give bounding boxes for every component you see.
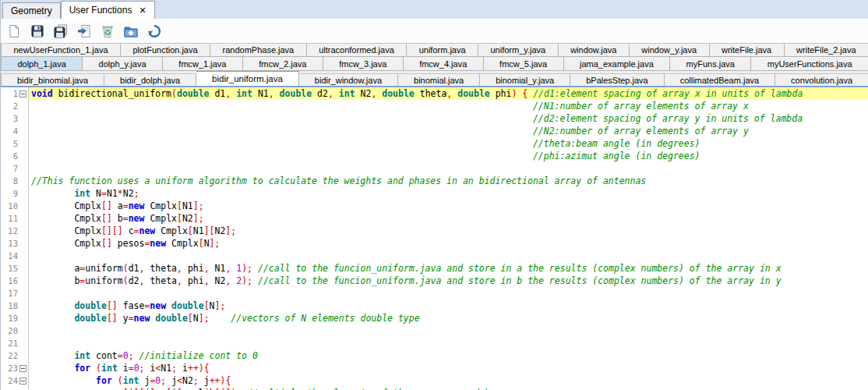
window-tab-bar: GeometryUser Functions✕ <box>1 0 868 19</box>
code-line: 13 Cmplx[] pesos=new Cmplx[N]; <box>1 237 868 250</box>
code-line: 17 <box>1 287 868 300</box>
save-button[interactable] <box>28 22 47 41</box>
file-tab-dolph_1-java[interactable]: dolph_1.java <box>1 57 83 70</box>
save-all-icon <box>54 24 68 38</box>
code-line-text[interactable] <box>29 162 868 175</box>
file-tab-fmcw_3-java[interactable]: fmcw_3.java <box>323 57 404 70</box>
file-tab-convolution-java[interactable]: convolution.java <box>775 73 868 86</box>
line-gutter: 20 <box>1 324 29 337</box>
file-tab-writeFile-java[interactable]: writeFile.java <box>710 44 785 56</box>
file-tab-window_y-java[interactable]: window_y.java <box>630 44 710 56</box>
window-tab-label: Geometry <box>11 5 52 16</box>
code-line-text[interactable]: for (int j=0; j<N2; j++){ <box>29 374 868 387</box>
code-line: 8//This function uses a uniform algorith… <box>1 175 868 187</box>
code-line-text[interactable]: c[i][j]=a[i].mul(b[j]); //multiply the e… <box>29 387 868 390</box>
line-gutter: 8 <box>1 175 29 187</box>
file-tab-myUserFunctions-java[interactable]: myUserFunctions.java <box>751 57 868 70</box>
code-line-text[interactable]: int N=N1*N2; <box>29 187 868 200</box>
file-tab-fmcw_2-java[interactable]: fmcw_2.java <box>243 57 323 70</box>
file-tab-bidir_uniform-java[interactable]: bidir_uniform.java <box>196 71 299 86</box>
window-tab-geometry[interactable]: Geometry <box>2 2 61 19</box>
line-number: 23 <box>3 363 18 373</box>
line-number: 2 <box>3 101 18 111</box>
code-line: 25 c[i][j]=a[i].mul(b[j]); //multiply th… <box>1 387 868 390</box>
fold-toggle-icon[interactable] <box>19 90 26 98</box>
code-line-text[interactable]: double[] fase=new double[N]; <box>29 300 868 312</box>
code-line-text[interactable]: //d2:element spacing of array y in units… <box>29 112 868 125</box>
fold-toggle-icon[interactable] <box>19 365 26 372</box>
file-tab-plotFunction-java[interactable]: plotFunction.java <box>121 44 210 56</box>
code-line: 23 for (int i=0; i<N1; i++){ <box>1 362 868 374</box>
window-tab-user-functions[interactable]: User Functions✕ <box>61 1 155 19</box>
code-line-text[interactable]: //N1:number of array elements of array x <box>29 100 868 112</box>
code-line-text[interactable]: void bidirectional_uniform(double d1, in… <box>29 87 868 100</box>
file-tab-uniform_y-java[interactable]: uniform_y.java <box>478 44 559 56</box>
code-line: 21 <box>1 337 868 349</box>
line-gutter: 10 <box>1 200 29 212</box>
code-line-text[interactable]: Cmplx[] pesos=new Cmplx[N]; <box>29 237 868 250</box>
code-line-text[interactable] <box>29 287 868 300</box>
file-tab-fmcw_5-java[interactable]: fmcw_5.java <box>484 57 564 70</box>
code-line-text[interactable]: //This function uses a uniform algorithm… <box>29 175 868 187</box>
code-line-text[interactable]: b=uniform(d2, theta, phi, N2, 2); //call… <box>29 275 868 287</box>
code-line-text[interactable] <box>29 337 868 349</box>
line-number: 5 <box>3 139 18 148</box>
line-gutter: 5 <box>1 137 29 150</box>
line-number: 12 <box>3 226 18 236</box>
refresh-button[interactable] <box>145 22 164 41</box>
code-line-text[interactable]: Cmplx[] a=new Cmplx[N1]; <box>29 200 868 212</box>
new-file-icon <box>7 24 21 38</box>
toolbar: ♻ <box>1 19 868 43</box>
code-line: 12 Cmplx[][] c=new Cmplx[N1][N2]; <box>1 225 868 237</box>
file-tab-newUserFunction_1-java[interactable]: newUserFunction_1.java <box>1 44 121 56</box>
recycle-button[interactable]: ♻ <box>98 22 117 41</box>
file-tab-collimatedBeam-java[interactable]: collimatedBeam.java <box>665 73 775 86</box>
file-tab-binomial_y-java[interactable]: binomial_y.java <box>480 73 570 86</box>
code-line: 1void bidirectional_uniform(double d1, i… <box>1 87 868 100</box>
file-tab-bidir_dolph-java[interactable]: bidir_dolph.java <box>104 73 196 86</box>
file-tab-row-3: bidir_binomial.javabidir_dolph.javabidir… <box>1 71 868 86</box>
code-line-text[interactable]: Cmplx[] b=new Cmplx[N2]; <box>29 212 868 225</box>
code-line: 19 double[] y=new double[N]; //vectors o… <box>1 312 868 324</box>
code-line: 11 Cmplx[] b=new Cmplx[N2]; <box>1 212 868 225</box>
code-line-text[interactable]: for (int i=0; i<N1; i++){ <box>29 362 868 374</box>
line-gutter: 4 <box>1 125 29 137</box>
code-line: 6 //phi:azimut angle (in degrees) <box>1 150 868 162</box>
file-tab-writeFile_2-java[interactable]: writeFile_2.java <box>785 44 868 56</box>
file-tab-binomial-java[interactable]: binomial.java <box>398 73 480 86</box>
code-line-text[interactable]: //theta:beam angle (in degrees) <box>29 137 868 150</box>
code-line-text[interactable]: int cont=0; //initialize cont to 0 <box>29 349 868 362</box>
import-button[interactable] <box>75 22 94 41</box>
file-tab-window-java[interactable]: window.java <box>559 44 630 56</box>
file-tab-myFuns-java[interactable]: myFuns.java <box>670 57 751 70</box>
code-line: 16 b=uniform(d2, theta, phi, N2, 2); //c… <box>1 275 868 287</box>
file-tab-bPalesStep-java[interactable]: bPalesStep.java <box>570 73 664 86</box>
line-number: 22 <box>3 351 18 360</box>
fold-toggle-icon[interactable] <box>19 378 26 385</box>
home-folder-button[interactable] <box>122 22 140 41</box>
line-number: 19 <box>3 314 18 323</box>
code-line-text[interactable]: //phi:azimut angle (in degrees) <box>29 150 868 162</box>
file-tab-dolph_y-java[interactable]: dolph_y.java <box>83 57 163 70</box>
code-line-text[interactable] <box>29 324 868 337</box>
code-line-text[interactable]: //N2:number of array elements of array y <box>29 125 868 137</box>
code-editor[interactable]: 1void bidirectional_uniform(double d1, i… <box>1 87 868 390</box>
code-line-text[interactable]: Cmplx[][] c=new Cmplx[N1][N2]; <box>29 225 868 237</box>
code-line-text[interactable]: double[] y=new double[N]; //vectors of N… <box>29 312 868 324</box>
file-tab-jama_example-java[interactable]: jama_example.java <box>564 57 671 70</box>
file-tab-bidir_window-java[interactable]: bidir_window.java <box>299 73 398 86</box>
code-line-text[interactable]: a=uniform(d1, theta, phi, N1, 1); //call… <box>29 262 868 275</box>
save-all-button[interactable] <box>51 22 70 41</box>
code-line-text[interactable] <box>29 250 868 262</box>
line-gutter: 3 <box>1 112 29 125</box>
new-file-button[interactable] <box>5 22 23 41</box>
file-tab-bidir_binomial-java[interactable]: bidir_binomial.java <box>1 73 104 86</box>
file-tab-ultraconformed-java[interactable]: ultraconformed.java <box>307 44 408 56</box>
file-tab-fmcw_4-java[interactable]: fmcw_4.java <box>404 57 484 70</box>
close-icon[interactable]: ✕ <box>139 6 146 15</box>
file-tab-uniform-java[interactable]: uniform.java <box>407 44 478 56</box>
file-tab-randomPhase-java[interactable]: randomPhase.java <box>210 44 307 56</box>
line-number: 14 <box>3 251 18 261</box>
file-tab-fmcw_1-java[interactable]: fmcw_1.java <box>163 57 243 70</box>
code-line: 14 <box>1 250 868 262</box>
